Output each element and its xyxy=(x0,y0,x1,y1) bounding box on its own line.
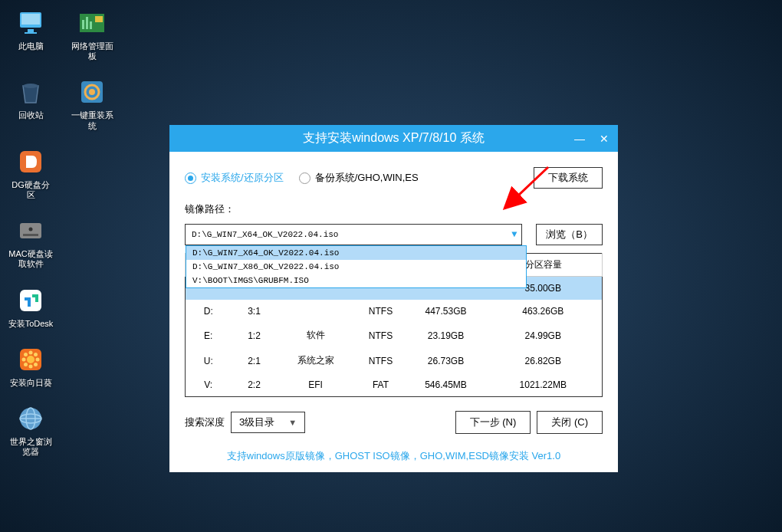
table-row[interactable]: E:1:2软件NTFS23.19GB24.99GB xyxy=(186,323,603,348)
desktop-icon-browser[interactable]: 世界之窗浏览器 xyxy=(8,403,54,457)
table-cell: 463.26GB xyxy=(485,300,603,323)
table-cell: 1:2 xyxy=(232,323,278,348)
footer-text: 支持windows原版镜像，GHOST ISO镜像，GHO,WIM,ESD镜像安… xyxy=(169,442,618,472)
panel-icon xyxy=(77,8,107,38)
svg-point-23 xyxy=(36,357,40,361)
table-cell: D: xyxy=(186,300,232,323)
desktop-icon-label: MAC硬盘读取软件 xyxy=(8,249,54,269)
path-value: D:\G_WIN7_X64_OK_V2022.04.iso xyxy=(192,230,338,239)
table-cell: EFI xyxy=(278,373,354,397)
table-cell: NTFS xyxy=(354,300,408,323)
svg-rect-8 xyxy=(95,16,103,22)
svg-point-27 xyxy=(34,353,38,356)
title-bar[interactable]: 支持安装windows XP/7/8/10 系统 — ✕ xyxy=(169,125,618,152)
radio-label: 安装系统/还原分区 xyxy=(201,171,284,185)
download-system-button[interactable]: 下载系统 xyxy=(534,167,603,189)
table-cell: V: xyxy=(186,373,232,397)
table-cell: 447.53GB xyxy=(408,300,485,323)
globe-icon xyxy=(15,403,46,434)
table-cell: U: xyxy=(186,348,232,373)
svg-point-26 xyxy=(24,363,28,366)
window-title: 支持安装windows XP/7/8/10 系统 xyxy=(303,130,485,146)
install-dialog: 支持安装windows XP/7/8/10 系统 — ✕ 安装系统/还原分区 备… xyxy=(169,125,618,472)
desktop-icon-label: 回收站 xyxy=(18,110,44,120)
sunflower-icon xyxy=(15,344,46,375)
table-cell: 26.73GB xyxy=(408,348,485,373)
close-button[interactable]: ✕ xyxy=(596,131,612,146)
desktop-icon-label: DG硬盘分区 xyxy=(8,180,54,200)
desktop-icon-todesk[interactable]: 安装ToDesk xyxy=(8,285,54,329)
svg-point-21 xyxy=(29,364,33,368)
svg-rect-3 xyxy=(25,32,37,34)
svg-rect-2 xyxy=(28,29,34,32)
search-depth-select[interactable]: 3级目录 ▼ xyxy=(231,412,305,433)
table-cell: 2:1 xyxy=(232,348,278,373)
disk-icon xyxy=(15,146,46,177)
desktop-icon-label: 安装向日葵 xyxy=(10,378,52,388)
browse-button[interactable]: 浏览（B） xyxy=(536,224,603,245)
svg-point-20 xyxy=(29,350,33,354)
depth-value: 3级目录 xyxy=(239,415,274,429)
table-row[interactable]: V:2:2EFIFAT546.45MB1021.22MB xyxy=(186,373,603,397)
svg-point-12 xyxy=(89,89,95,95)
table-cell: 23.19GB xyxy=(408,323,485,348)
search-depth-label: 搜索深度 xyxy=(185,415,225,429)
desktop-icon-label: 此电脑 xyxy=(18,41,44,51)
table-row[interactable]: D:3:1NTFS447.53GB463.26GB xyxy=(186,300,603,323)
desktop-icon-label: 一键重装系统 xyxy=(69,110,115,130)
svg-rect-6 xyxy=(86,17,88,29)
svg-point-25 xyxy=(34,363,38,366)
table-cell: FAT xyxy=(354,373,408,397)
minimize-button[interactable]: — xyxy=(572,131,587,146)
path-label: 镜像路径： xyxy=(185,202,603,216)
desktop-icon-network-panel[interactable]: 网络管理面板 xyxy=(69,8,115,61)
radio-install-restore[interactable]: 安装系统/还原分区 xyxy=(185,171,284,185)
dropdown-arrow-icon: ▼ xyxy=(288,418,297,427)
svg-rect-5 xyxy=(82,20,84,29)
gear-icon xyxy=(77,77,107,107)
svg-point-22 xyxy=(22,357,26,361)
trash-icon xyxy=(15,77,46,107)
table-cell: 3:1 xyxy=(232,300,278,323)
table-cell: 26.82GB xyxy=(485,348,603,373)
dropdown-list: D:\G_WIN7_X64_OK_V2022.04.iso D:\G_WIN7_… xyxy=(186,245,527,288)
dropdown-item[interactable]: V:\BOOT\IMGS\GRUBFM.ISO xyxy=(186,274,526,287)
desktop-icon-label: 世界之窗浏览器 xyxy=(8,437,54,457)
mac-disk-icon xyxy=(15,215,46,246)
svg-point-9 xyxy=(23,84,38,88)
table-cell: 24.99GB xyxy=(485,323,603,348)
table-cell: 系统之家 xyxy=(278,348,354,373)
svg-rect-7 xyxy=(90,21,92,29)
dropdown-arrow-icon: ▼ xyxy=(511,229,517,240)
desktop-icon-mac-disk[interactable]: MAC硬盘读取软件 xyxy=(8,215,54,269)
table-cell: 2:2 xyxy=(232,373,278,397)
monitor-icon xyxy=(15,8,46,38)
desktop-icon-recycle-bin[interactable]: 回收站 xyxy=(8,77,54,130)
next-button[interactable]: 下一步 (N) xyxy=(455,411,531,434)
radio-label: 备份系统/GHO,WIN,ES xyxy=(315,171,419,185)
desktop-icon-sunflower[interactable]: 安装向日葵 xyxy=(8,344,54,388)
table-row[interactable]: U:2:1系统之家NTFS26.73GB26.82GB xyxy=(186,348,603,373)
desktop-icon-this-pc[interactable]: 此电脑 xyxy=(8,8,54,61)
table-cell: E: xyxy=(186,323,232,348)
table-cell: 1021.22MB xyxy=(485,373,603,397)
svg-rect-1 xyxy=(21,14,40,25)
desktop-icons-area: 此电脑 网络管理面板 回收站 一键重装系统 DG硬盘分区 xyxy=(8,8,115,472)
table-cell: 546.45MB xyxy=(408,373,485,397)
table-cell: 软件 xyxy=(278,323,354,348)
dropdown-item[interactable]: D:\G_WIN7_X64_OK_V2022.04.iso xyxy=(186,246,526,260)
dropdown-item[interactable]: D:\G_WIN7_X86_OK_V2022.04.iso xyxy=(186,260,526,274)
desktop-icon-dg-partition[interactable]: DG硬盘分区 xyxy=(8,146,54,200)
desktop-icon-reinstall[interactable]: 一键重装系统 xyxy=(69,77,115,130)
radio-unchecked-icon xyxy=(299,172,310,184)
svg-point-15 xyxy=(29,228,33,232)
close-button[interactable]: 关闭 (C) xyxy=(537,411,603,434)
image-path-dropdown[interactable]: D:\G_WIN7_X64_OK_V2022.04.iso ▼ D:\G_WIN… xyxy=(185,224,522,245)
table-cell: NTFS xyxy=(354,323,408,348)
radio-backup[interactable]: 备份系统/GHO,WIN,ES xyxy=(299,171,419,185)
svg-point-19 xyxy=(27,356,34,363)
svg-point-24 xyxy=(24,353,28,356)
table-cell: NTFS xyxy=(354,348,408,373)
radio-checked-icon xyxy=(185,172,196,184)
table-cell xyxy=(278,300,354,323)
